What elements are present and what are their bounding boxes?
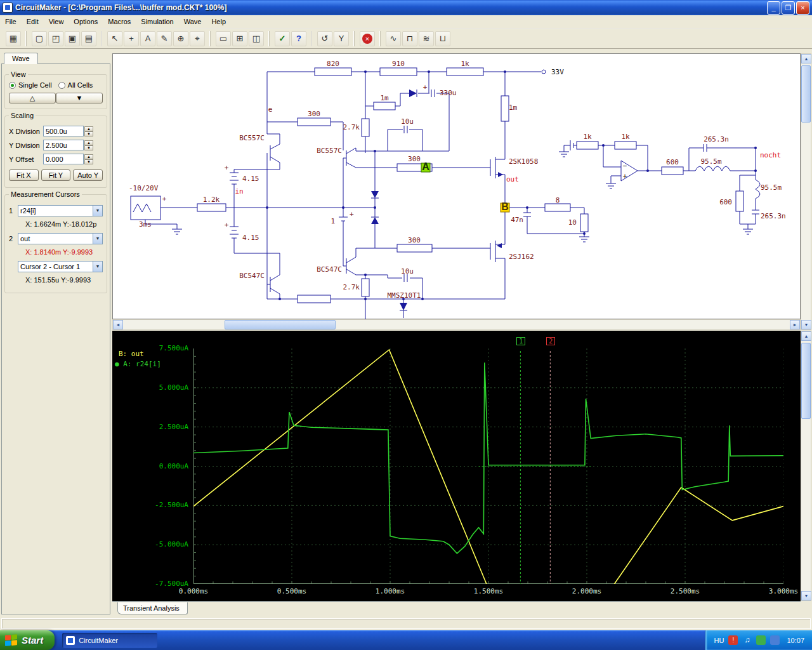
cursor1-signal-select[interactable]: r24[i] ▼ (18, 205, 103, 216)
bode-plot-button[interactable]: ≋ (419, 31, 434, 46)
spin-down-icon[interactable]: ▼ (84, 159, 93, 164)
scroll-right-icon[interactable]: ► (790, 320, 800, 329)
y-division-spinner[interactable]: ▲ ▼ (84, 140, 93, 150)
schematic-label: 600 (666, 158, 679, 166)
schematic-canvas[interactable]: AB 8209101k33V+330u1m10u1m3002.7keBC557C… (112, 53, 801, 319)
close-button[interactable]: × (796, 1, 809, 15)
select-tool-button[interactable]: ↖ (107, 31, 122, 46)
maximize-button[interactable]: ❐ (782, 1, 795, 15)
minimize-button[interactable]: _ (767, 1, 780, 15)
chevron-down-icon[interactable]: ▼ (93, 234, 102, 244)
toolbar-group: ▢◰▣▤ (26, 31, 100, 46)
cursor-diff-select[interactable]: Cursor 2 - Cursor 1 ▼ (18, 261, 103, 272)
cursor-flag-2[interactable]: 2 (546, 337, 555, 345)
scroll-left-icon[interactable]: ◄ (113, 320, 123, 329)
scroll-up-icon[interactable]: ▲ (801, 331, 811, 341)
save-button[interactable]: ▣ (65, 31, 80, 46)
schematic-label: 910 (392, 60, 405, 68)
scroll-down-icon[interactable]: ▼ (801, 591, 811, 600)
cursor2-signal-select[interactable]: out ▼ (18, 233, 103, 244)
probe-y-button[interactable]: Y (334, 31, 349, 46)
y-axis-tick: 5.000uA (117, 383, 188, 392)
measurement-cursors-group: Measurement Cursors 1 r24[i] ▼ X: 1.6624… (4, 194, 107, 293)
waveform-panel[interactable]: 7.500uA5.000uA2.500uA0.000uA-2.500uA-5.0… (112, 331, 801, 601)
auto-y-button[interactable]: Auto Y (73, 169, 103, 181)
probe-tool-button[interactable]: ⌖ (190, 31, 205, 46)
scroll-down-icon[interactable]: ▼ (801, 320, 811, 329)
chevron-down-icon[interactable]: ▼ (93, 262, 102, 272)
waveform-window-icon: ⊔ (440, 34, 446, 43)
language-indicator[interactable]: HU (714, 637, 724, 644)
fit-x-button[interactable]: Fit X (9, 169, 39, 181)
new-button[interactable]: ▢ (32, 31, 47, 46)
y-offset-input[interactable] (43, 154, 84, 164)
spin-up-icon[interactable]: ▲ (84, 140, 93, 145)
hscroll-thumb[interactable] (225, 320, 336, 329)
fit-y-button[interactable]: Fit Y (41, 169, 71, 181)
all-cells-radio[interactable] (58, 82, 65, 89)
digital-scope-button[interactable]: ⊓ (402, 31, 417, 46)
tab-transient-analysis[interactable]: Transient Analysis (117, 602, 188, 614)
y-offset-spinner[interactable]: ▲ ▼ (84, 154, 93, 164)
schematic-label: + (225, 164, 229, 172)
scope-window-button[interactable]: ∿ (386, 31, 401, 46)
schematic-hscrollbar[interactable]: ◄ ► (112, 319, 801, 330)
x-division-input[interactable] (43, 126, 84, 136)
start-label: Start (22, 635, 43, 646)
tab-wave[interactable]: Wave (4, 53, 38, 64)
menu-view[interactable]: View (44, 16, 69, 27)
schematic-label: BC547C (239, 272, 265, 280)
stop-button[interactable]: × (360, 31, 375, 46)
vscroll-thumb[interactable] (801, 343, 811, 419)
x-axis-tick: 2.000ms (569, 587, 605, 595)
chevron-down-icon[interactable]: ▼ (93, 206, 102, 216)
single-cell-radio[interactable] (9, 82, 16, 89)
shield-icon[interactable]: ! (728, 635, 738, 645)
menu-options[interactable]: Options (69, 16, 103, 27)
digital-view-button[interactable]: ⊞ (232, 31, 247, 46)
reset-button[interactable]: ↺ (317, 31, 332, 46)
taskbar-item-circuitmaker[interactable]: CircuitMaker (62, 633, 157, 648)
network-icon[interactable] (770, 635, 780, 645)
fit-window-button[interactable]: ▭ (216, 31, 231, 46)
split-view-button[interactable]: ◫ (249, 31, 264, 46)
waveform-window-button[interactable]: ⊔ (435, 31, 450, 46)
move-down-button[interactable]: ▼ (56, 93, 103, 103)
schematic-label: 2SJ162 (509, 253, 534, 261)
open-button[interactable]: ◰ (48, 31, 63, 46)
wave-vscrollbar[interactable]: ▲ ▼ (801, 331, 811, 601)
simulation-setup-button[interactable]: ✓ (275, 31, 290, 46)
menu-simulation[interactable]: Simulation (136, 16, 178, 27)
y-axis-tick: 2.500uA (117, 423, 188, 431)
vscroll-thumb[interactable] (801, 65, 811, 123)
schematic-label: BC547C (317, 265, 342, 274)
y-division-input[interactable] (43, 140, 84, 150)
scroll-up-icon[interactable]: ▲ (801, 54, 811, 63)
schematic-label: 2.7k (343, 123, 360, 131)
zoom-in-button[interactable]: ⊕ (173, 31, 188, 46)
start-button[interactable]: Start (0, 630, 55, 650)
place-part-button[interactable]: + (124, 31, 139, 46)
speaker-icon[interactable]: ♫ (742, 635, 752, 645)
print-button[interactable]: ▤ (81, 31, 96, 46)
schematic-label: 820 (327, 60, 339, 68)
menu-edit[interactable]: Edit (22, 16, 44, 27)
spin-down-icon[interactable]: ▼ (84, 131, 93, 136)
schematic-vscrollbar[interactable]: ▲ ▼ (801, 53, 811, 330)
help-button[interactable]: ? (291, 31, 306, 46)
menu-file[interactable]: File (0, 16, 22, 27)
move-up-button[interactable]: △ (9, 93, 56, 103)
spin-down-icon[interactable]: ▼ (84, 145, 93, 150)
parts-browser-button[interactable]: ▦ (6, 31, 21, 46)
text-tool-button[interactable]: A (140, 31, 155, 46)
cursor-flag-1[interactable]: 1 (516, 337, 525, 345)
menu-macros[interactable]: Macros (103, 16, 136, 27)
status-icon[interactable] (756, 635, 766, 645)
spin-up-icon[interactable]: ▲ (84, 154, 93, 159)
wire-tool-button[interactable]: ✎ (157, 31, 172, 46)
x-division-spinner[interactable]: ▲ ▼ (84, 126, 93, 136)
hscroll-track[interactable] (123, 320, 790, 329)
menu-wave[interactable]: Wave (179, 16, 207, 27)
spin-up-icon[interactable]: ▲ (84, 126, 93, 131)
menu-help[interactable]: Help (206, 16, 231, 27)
